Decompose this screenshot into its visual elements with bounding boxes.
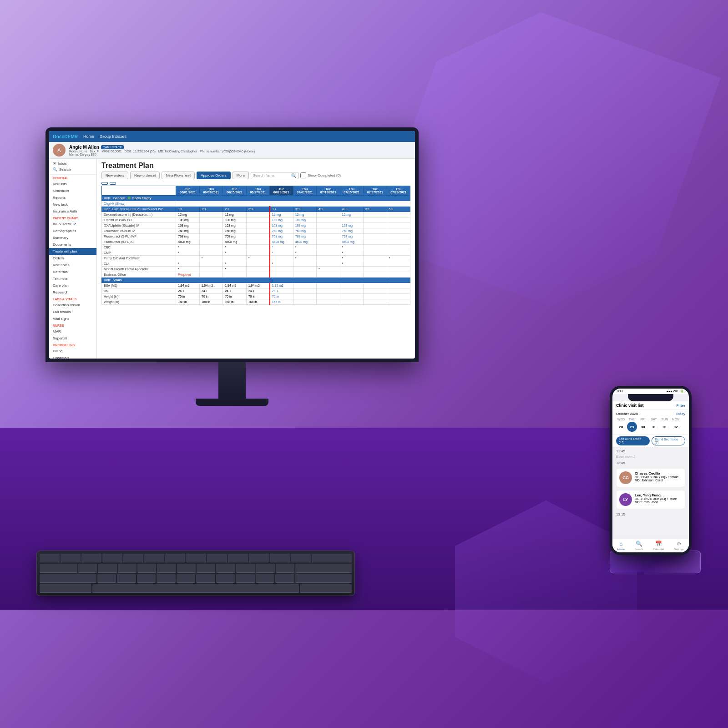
- key[interactable]: [228, 554, 248, 562]
- sidebar-item-insurance-auth[interactable]: Insurance Auth: [49, 208, 96, 215]
- key[interactable]: [98, 564, 116, 572]
- space-key[interactable]: [92, 584, 299, 593]
- sidebar-item-documents[interactable]: Documents: [49, 241, 96, 248]
- nav-settings-icon[interactable]: ⚙ Settings: [674, 541, 684, 551]
- key[interactable]: [256, 574, 275, 583]
- nav-home[interactable]: Home: [83, 134, 94, 139]
- key[interactable]: [117, 574, 136, 583]
- sidebar-item-referrals[interactable]: Referrals: [49, 268, 96, 275]
- key[interactable]: [276, 564, 294, 572]
- key[interactable]: [270, 554, 290, 562]
- key[interactable]: [236, 564, 255, 572]
- search-box[interactable]: 🔍: [251, 172, 298, 179]
- key[interactable]: [157, 574, 176, 583]
- key[interactable]: [118, 564, 136, 572]
- key[interactable]: [78, 564, 97, 572]
- sidebar-item-superbill[interactable]: Superbill: [49, 335, 96, 342]
- next-button[interactable]: [110, 182, 116, 185]
- row-label-header: [102, 186, 176, 196]
- key[interactable]: [40, 584, 91, 593]
- sidebar-item-summary[interactable]: Summary: [49, 234, 96, 241]
- appointment-0[interactable]: CC Chavez Cecilia DOB: 04/13/1943(78) - …: [616, 468, 685, 487]
- sidebar-item-collection-record[interactable]: Collection record: [49, 302, 96, 308]
- sidebar-item-new-task[interactable]: New task: [49, 201, 96, 208]
- sidebar-item-financials[interactable]: Financials: [49, 354, 96, 359]
- hide-nccn-btn[interactable]: Hide: [104, 207, 110, 211]
- key[interactable]: [165, 554, 185, 562]
- new-orders-button[interactable]: New orders: [101, 172, 128, 179]
- sidebar-item-search[interactable]: 🔍 Search: [53, 167, 93, 172]
- date-31[interactable]: 31: [649, 422, 659, 432]
- show-completed-checkbox[interactable]: [300, 172, 306, 178]
- show-empty-btn[interactable]: Show Empty: [132, 197, 152, 200]
- key[interactable]: [295, 564, 352, 572]
- sidebar-item-inbox[interactable]: ✉ Inbox: [53, 161, 93, 167]
- sidebar-item-scheduler[interactable]: Scheduler: [49, 187, 96, 194]
- sidebar-item-text-note[interactable]: Text note: [49, 275, 96, 282]
- sidebar-item-demographics[interactable]: Demographics: [49, 228, 96, 234]
- key[interactable]: [295, 574, 352, 583]
- hide-general-btn[interactable]: Hide: [104, 197, 111, 200]
- key[interactable]: [137, 574, 156, 583]
- approve-orders-button[interactable]: Approve Orders: [197, 172, 230, 179]
- key[interactable]: [196, 574, 215, 583]
- key[interactable]: [256, 564, 274, 572]
- key[interactable]: [186, 554, 206, 562]
- filter-btn-0[interactable]: Lee Altha Office (16): [616, 436, 650, 445]
- sidebar-item-lab-results[interactable]: Lab results: [49, 308, 96, 315]
- sidebar-item-care-plan[interactable]: Care plan: [49, 282, 96, 289]
- key[interactable]: [40, 574, 96, 583]
- key[interactable]: [97, 574, 116, 583]
- sidebar-item-vital-signs[interactable]: Vital signs: [49, 315, 96, 322]
- key[interactable]: [40, 554, 60, 562]
- hide-vitals-btn[interactable]: Hide: [104, 278, 111, 282]
- date-30[interactable]: 30: [638, 422, 648, 432]
- date-29[interactable]: 29: [627, 422, 637, 432]
- sidebar-item-visit-notes[interactable]: Visit notes: [49, 262, 96, 268]
- sidebar-item-reports[interactable]: Reports: [49, 194, 96, 201]
- key[interactable]: [216, 574, 235, 583]
- sidebar-item-billing[interactable]: Billing: [49, 348, 96, 354]
- nav-group-inboxes[interactable]: Group Inboxes: [100, 134, 126, 139]
- nav-home-icon[interactable]: ⌂ Home: [617, 541, 625, 551]
- phone-filter-btn[interactable]: Filter: [676, 404, 685, 408]
- date-01[interactable]: 01: [660, 422, 670, 432]
- appointment-1[interactable]: LY Lee, Ying Fung DOB: 12/21/1806 (63) +…: [616, 490, 685, 509]
- more-button[interactable]: More: [233, 172, 249, 179]
- key[interactable]: [123, 554, 143, 562]
- search-input[interactable]: [253, 173, 289, 177]
- prev-button[interactable]: [101, 182, 108, 185]
- nav-search-icon[interactable]: 🔍 Search: [635, 541, 643, 551]
- key[interactable]: [236, 574, 255, 583]
- sidebar-item-orders[interactable]: Orders: [49, 255, 96, 262]
- sidebar-item-inhousrx[interactable]: InHouseRX ↗: [49, 221, 96, 228]
- key[interactable]: [177, 574, 196, 583]
- key[interactable]: [300, 584, 352, 593]
- key[interactable]: [207, 554, 227, 562]
- nav-calendar-icon[interactable]: 📅 Calendar: [653, 541, 664, 551]
- phone-today-label[interactable]: Today: [676, 412, 685, 416]
- sidebar-item-treatment-plan[interactable]: Treatment plan: [49, 248, 96, 255]
- key[interactable]: [249, 554, 269, 562]
- key[interactable]: [81, 554, 101, 562]
- key[interactable]: [291, 554, 311, 562]
- key[interactable]: [216, 564, 235, 572]
- key[interactable]: [177, 564, 196, 572]
- key[interactable]: [197, 564, 215, 572]
- sidebar-item-research[interactable]: Research: [49, 289, 96, 296]
- sidebar-item-visit-lists[interactable]: Visit lists: [49, 181, 96, 187]
- key[interactable]: [144, 554, 164, 562]
- key[interactable]: [312, 554, 352, 562]
- key[interactable]: [40, 564, 77, 572]
- key[interactable]: [102, 554, 122, 562]
- key[interactable]: [137, 564, 156, 572]
- new-orderset-button[interactable]: New orderset: [130, 172, 160, 179]
- date-28[interactable]: 28: [616, 422, 626, 432]
- sidebar-item-mar[interactable]: MAR: [49, 328, 96, 335]
- key[interactable]: [157, 564, 176, 572]
- key[interactable]: [61, 554, 81, 562]
- filter-btn-1[interactable]: Entr'd Southside (7): [652, 436, 685, 445]
- new-flowsheet-button[interactable]: New Flowsheet: [162, 172, 195, 179]
- key[interactable]: [275, 574, 294, 583]
- date-02[interactable]: 02: [671, 422, 681, 432]
